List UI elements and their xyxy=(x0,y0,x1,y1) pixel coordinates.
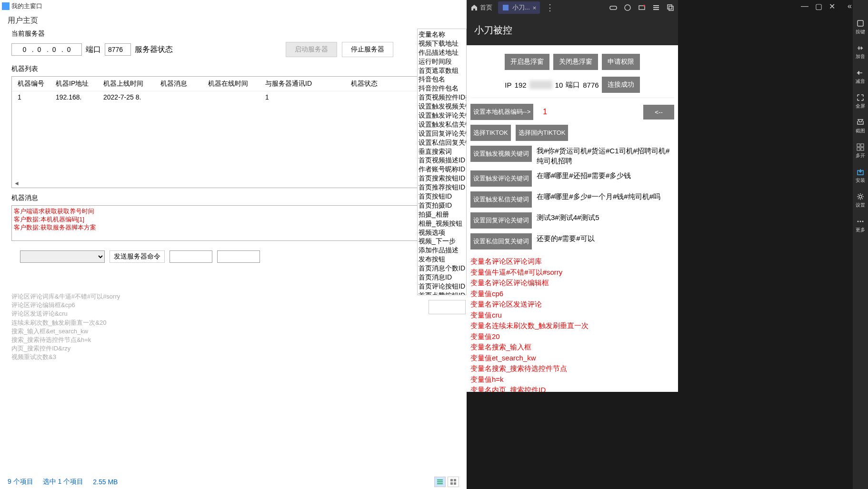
port-input[interactable] xyxy=(105,43,131,56)
var-name-item[interactable]: 首页遮罩数组 xyxy=(419,66,465,75)
grey-info-block: 评论区评论词库&牛逼#不错#可以#sorry 评论区评论编辑框&cp6 评论区发… xyxy=(0,285,467,362)
set-keyword-button[interactable]: 设置触发视频关键词 xyxy=(470,146,532,162)
list-icon xyxy=(437,479,443,485)
machine-msg-label: 机器消息 xyxy=(11,194,455,202)
menu-icon[interactable] xyxy=(652,4,660,11)
var-name-item[interactable]: 变量名称 xyxy=(419,30,465,39)
view-grid-button[interactable] xyxy=(448,477,459,487)
var-name-item[interactable]: 设置触发私信关键 xyxy=(419,120,465,129)
ip-input[interactable] xyxy=(11,43,82,56)
var-name-item[interactable]: 拍摄_相册 xyxy=(419,210,465,219)
scroll-left-icon[interactable]: ◄ xyxy=(14,180,20,187)
sidebar-item[interactable]: 加音 xyxy=(856,44,865,60)
collapse-icon[interactable]: « xyxy=(848,2,852,11)
var-name-item[interactable]: 抖音包名 xyxy=(419,75,465,84)
command-combo[interactable] xyxy=(20,250,105,263)
sidebar-item[interactable]: 多开 xyxy=(856,143,865,159)
mobile-body: 开启悬浮窗 关闭悬浮窗 申请权限 IP 192 10 端口 8776 连接成功 … xyxy=(467,45,678,392)
var-search-input[interactable] xyxy=(429,300,466,314)
keyword-row: 设置触发评论关键词在哪#哪里#还招#需要#多少钱 xyxy=(470,170,674,187)
cmd-input-1[interactable] xyxy=(170,250,212,263)
globe-icon[interactable] xyxy=(624,4,631,11)
var-name-item[interactable]: 首页推荐按钮ID xyxy=(419,183,465,192)
red-list-item: 变量名搜索_搜索待选控件节点 xyxy=(470,363,674,374)
emulator-sidebar: 按键加音减音全屏截图多开安装设置更多 xyxy=(853,0,868,489)
set-keyword-button[interactable]: 设置回复评论关键词 xyxy=(470,212,532,229)
machine-list-table: 机器编号 机器IP地址 机器上线时间 机器消息 机器在线时间 与服务器通讯ID … xyxy=(11,76,455,188)
sidebar-item[interactable]: 减音 xyxy=(856,69,865,85)
svg-rect-2 xyxy=(437,483,443,484)
tab-app[interactable]: 小刀... × xyxy=(498,1,540,14)
var-name-item[interactable]: 视频_下一步 xyxy=(419,237,465,246)
start-server-button[interactable]: 启动服务器 xyxy=(286,42,337,57)
var-name-item[interactable]: 首页视频描述ID xyxy=(419,156,465,165)
sidebar-item[interactable]: 更多 xyxy=(856,217,865,233)
svg-rect-8 xyxy=(610,6,617,10)
sidebar-item[interactable]: 全屏 xyxy=(856,93,865,110)
set-keyword-button[interactable]: 设置私信回复关键词 xyxy=(470,233,532,249)
var-name-item[interactable]: 首页按钮ID xyxy=(419,192,465,201)
var-name-item[interactable]: 相册_视频按钮 xyxy=(419,219,465,228)
cmd-input-2[interactable] xyxy=(217,250,260,263)
var-name-item[interactable]: 设置触发视频关键 xyxy=(419,102,465,111)
svg-rect-12 xyxy=(653,5,659,6)
var-name-item[interactable]: 首页搜索按钮ID xyxy=(419,174,465,183)
variable-names-panel[interactable]: 变量名称视频下载地址作品描述地址运行时间段首页遮罩数组抖音包名抖音控件包名首页视… xyxy=(417,29,467,295)
sidebar-item[interactable]: 按键 xyxy=(856,19,865,35)
var-name-item[interactable]: 首页消息个数ID xyxy=(419,264,465,273)
connect-button[interactable]: 连接成功 xyxy=(602,77,640,93)
var-name-item[interactable]: 设置触发评论关键 xyxy=(419,111,465,120)
var-name-item[interactable]: 运行时间段 xyxy=(419,57,465,66)
mail-icon[interactable] xyxy=(638,4,646,11)
send-command-button[interactable]: 发送服务器命令 xyxy=(110,250,165,263)
var-name-item[interactable]: 作者账号昵称ID xyxy=(419,165,465,174)
var-name-item[interactable]: 设置回复评论关键 xyxy=(419,129,465,138)
var-name-item[interactable]: 首页拍摄ID xyxy=(419,201,465,210)
select-tiktok-button[interactable]: 选择TIKTOK xyxy=(470,125,511,141)
status-size: 2.55 MB xyxy=(93,478,118,486)
sidebar-item[interactable]: 设置 xyxy=(856,192,865,209)
var-name-item[interactable]: 发布按钮 xyxy=(419,255,465,264)
maximize-icon[interactable]: ▢ xyxy=(815,2,822,11)
var-name-item[interactable]: 添加作品描述 xyxy=(419,246,465,255)
svg-rect-7 xyxy=(503,5,509,10)
svg-rect-3 xyxy=(450,479,453,481)
var-name-item[interactable]: 首页视频控件ID类 xyxy=(419,93,465,102)
close-icon[interactable]: ✕ xyxy=(829,2,835,11)
svg-rect-14 xyxy=(653,9,659,10)
select-domestic-tiktok-button[interactable]: 选择国内TIKTOK xyxy=(516,125,569,141)
table-row[interactable]: 1 192.168. 2022-7-25 8. 1 xyxy=(12,91,455,103)
sidebar-item[interactable]: 截图 xyxy=(856,118,865,134)
tab-home[interactable]: 首页 xyxy=(470,3,492,12)
app-icon xyxy=(502,4,509,11)
sidebar-icon xyxy=(856,143,865,151)
red-list-item: 变量值et_search_kw xyxy=(470,353,674,364)
var-name-item[interactable]: 作品描述地址 xyxy=(419,48,465,57)
set-keyword-button[interactable]: 设置触发私信关键词 xyxy=(470,191,532,208)
var-name-item[interactable]: 首页点赞按钮ID xyxy=(419,291,465,295)
view-list-button[interactable] xyxy=(434,477,446,487)
open-float-button[interactable]: 开启悬浮窗 xyxy=(505,54,549,70)
svg-rect-17 xyxy=(858,20,863,26)
svg-point-9 xyxy=(625,5,630,10)
var-name-item[interactable]: 抖音控件包名 xyxy=(419,84,465,93)
set-keyword-button[interactable]: 设置触发评论关键词 xyxy=(470,170,532,187)
set-machine-code-button[interactable]: 设置本地机器编码--> xyxy=(470,104,533,120)
close-float-button[interactable]: 关闭悬浮窗 xyxy=(553,54,598,70)
var-name-item[interactable]: 垂直搜索词 xyxy=(419,147,465,156)
var-name-item[interactable]: 首页消息ID xyxy=(419,273,465,282)
sidebar-item[interactable]: 安装 xyxy=(856,168,865,184)
close-tab-icon[interactable]: × xyxy=(533,4,537,11)
svg-point-11 xyxy=(643,5,645,7)
menu-dots-icon[interactable]: ⋮ xyxy=(546,2,554,13)
minimize-icon[interactable]: — xyxy=(801,2,808,11)
var-name-item[interactable]: 视频下载地址 xyxy=(419,39,465,48)
multi-window-icon[interactable] xyxy=(667,4,674,11)
arrow-back-button[interactable]: <-- xyxy=(643,105,674,120)
request-permission-button[interactable]: 申请权限 xyxy=(602,54,640,70)
stop-server-button[interactable]: 停止服务器 xyxy=(342,42,393,57)
var-name-item[interactable]: 设置私信回复关键 xyxy=(419,138,465,147)
gamepad-icon[interactable] xyxy=(609,4,617,11)
var-name-item[interactable]: 首页评论按钮ID xyxy=(419,282,465,291)
var-name-item[interactable]: 视频选项 xyxy=(419,228,465,237)
